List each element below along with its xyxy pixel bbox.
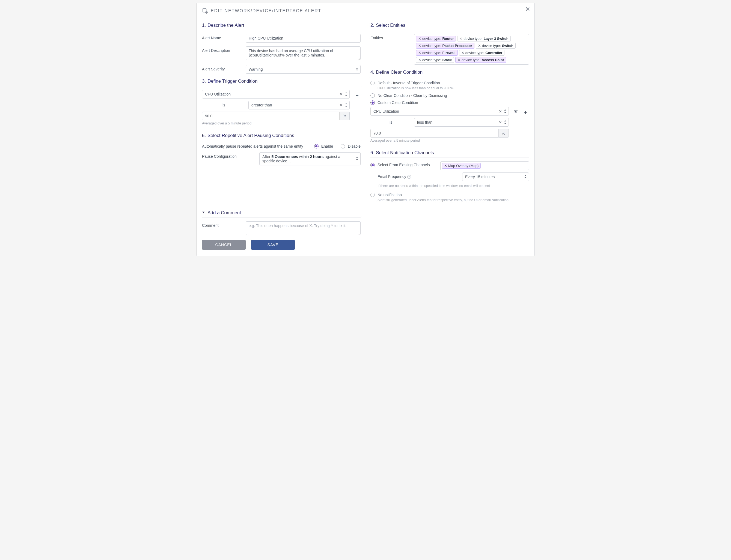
modal-title: EDIT NETWORK/DEVICE/INTERFACE ALERT <box>211 8 321 13</box>
cancel-button[interactable]: CANCEL <box>202 240 246 250</box>
entity-tag[interactable]: ✕ device type: Switch <box>476 43 516 49</box>
trigger-operator-select[interactable]: greater than ✕ <box>248 101 350 109</box>
entity-tag[interactable]: ✕ device type: Firewall <box>416 50 458 56</box>
entities-label: Entities <box>370 34 411 40</box>
auto-pause-label: Automatically pause repeated alerts agai… <box>202 144 311 148</box>
section-2-title: 2.Select Entities <box>370 23 529 30</box>
remove-tag-icon[interactable]: ✕ <box>418 51 421 55</box>
entity-tag[interactable]: ✕ device type: Layer 3 Switch <box>457 36 510 41</box>
clear-value-input[interactable] <box>370 129 499 138</box>
pause-config-label: Pause Configuration <box>202 152 257 159</box>
clear-metric-select[interactable]: CPU Utilization ✕ <box>370 107 509 116</box>
email-frequency-select[interactable]: Every 15 minutes <box>462 172 529 181</box>
trigger-hint: Averaged over a 5 minute period <box>202 121 350 125</box>
no-notification-hint: Alert still generated under Alerts tab f… <box>378 198 529 202</box>
entity-tag[interactable]: ✕ device type: Packet Processor <box>416 43 474 49</box>
clear-icon[interactable]: ✕ <box>340 92 343 96</box>
freq-hint: If there are no alerts within the specif… <box>378 184 529 188</box>
alert-name-label: Alert Name <box>202 34 243 40</box>
remove-tag-icon[interactable]: ✕ <box>418 58 421 62</box>
pause-config-select[interactable]: After 5 Occurrences within 2 hours again… <box>259 152 361 165</box>
edit-alert-modal: EDIT NETWORK/DEVICE/INTERFACE ALERT ✕ 1.… <box>196 3 535 256</box>
remove-tag-icon[interactable]: ✕ <box>461 51 464 55</box>
alert-description-input[interactable]: This device has had an average CPU utili… <box>246 46 361 60</box>
add-condition-icon[interactable]: ＋ <box>522 109 529 116</box>
save-button[interactable]: SAVE <box>251 240 295 250</box>
no-notification-radio[interactable] <box>370 193 375 197</box>
section-7-title: 7.Add a Comment <box>202 210 361 218</box>
alert-severity-label: Alert Severity <box>202 65 243 71</box>
entity-tag[interactable]: ✕ device type: Router <box>416 36 456 41</box>
trigger-metric-select[interactable]: CPU Utilization ✕ <box>202 90 350 99</box>
close-icon[interactable]: ✕ <box>525 6 530 12</box>
comment-label: Comment <box>202 221 243 228</box>
existing-channels-radio[interactable] <box>370 163 375 167</box>
clear-icon[interactable]: ✕ <box>340 103 343 107</box>
modal-header: EDIT NETWORK/DEVICE/INTERFACE ALERT <box>202 8 529 14</box>
section-1-title: 1.Describe the Alert <box>202 23 361 30</box>
section-6-title: 6.Select Notification Channels <box>370 150 529 157</box>
clear-default-radio[interactable] <box>370 81 375 85</box>
help-icon[interactable]: ? <box>407 175 411 179</box>
section-5-title: 5.Select Repetitive Alert Pausing Condit… <box>202 133 361 140</box>
trigger-value-input[interactable] <box>202 112 340 120</box>
delete-condition-icon[interactable] <box>513 109 519 116</box>
trigger-unit: % <box>340 112 350 120</box>
remove-tag-icon[interactable]: ✕ <box>444 164 447 168</box>
trigger-is-label: is <box>202 103 246 107</box>
channels-box[interactable]: ✕ Map Overlay (Map) <box>440 161 529 170</box>
clear-is-label: is <box>370 120 411 124</box>
remove-tag-icon[interactable]: ✕ <box>418 37 421 41</box>
section-3-title: 3.Define Trigger Condition <box>202 79 361 86</box>
entity-tag[interactable]: ✕ device type: Access Point <box>455 57 506 63</box>
clear-default-hint: CPU Utilization is now less than or equa… <box>378 86 529 90</box>
channel-tag[interactable]: ✕ Map Overlay (Map) <box>442 163 481 169</box>
clear-icon[interactable]: ✕ <box>499 120 502 124</box>
remove-tag-icon[interactable]: ✕ <box>459 37 462 41</box>
email-frequency-label: Email Frequency? <box>378 172 459 179</box>
comment-input[interactable] <box>246 221 361 235</box>
add-condition-icon[interactable]: ＋ <box>353 91 361 99</box>
alert-name-input[interactable] <box>246 34 361 43</box>
clear-hint: Averaged over a 5 minute period <box>370 139 509 142</box>
clear-custom-radio[interactable] <box>370 100 375 105</box>
alert-severity-select[interactable]: Warning <box>246 65 361 74</box>
section-4-title: 4.Define Clear Condition <box>370 70 529 77</box>
remove-tag-icon[interactable]: ✕ <box>418 44 421 48</box>
alert-config-icon <box>202 8 208 14</box>
entity-tag[interactable]: ✕ device type: Stack <box>416 57 454 63</box>
remove-tag-icon[interactable]: ✕ <box>478 44 481 48</box>
disable-radio[interactable] <box>341 144 345 148</box>
entities-tags-box[interactable]: ✕ device type: Router✕ device type: Laye… <box>414 34 529 65</box>
entity-tag[interactable]: ✕ device type: Controller <box>459 50 505 56</box>
remove-tag-icon[interactable]: ✕ <box>457 58 460 62</box>
clear-icon[interactable]: ✕ <box>499 109 502 114</box>
enable-radio[interactable] <box>314 144 319 148</box>
clear-operator-select[interactable]: less than ✕ <box>414 118 509 127</box>
alert-description-label: Alert Description <box>202 46 243 53</box>
clear-unit: % <box>499 129 509 138</box>
clear-none-radio[interactable] <box>370 93 375 98</box>
